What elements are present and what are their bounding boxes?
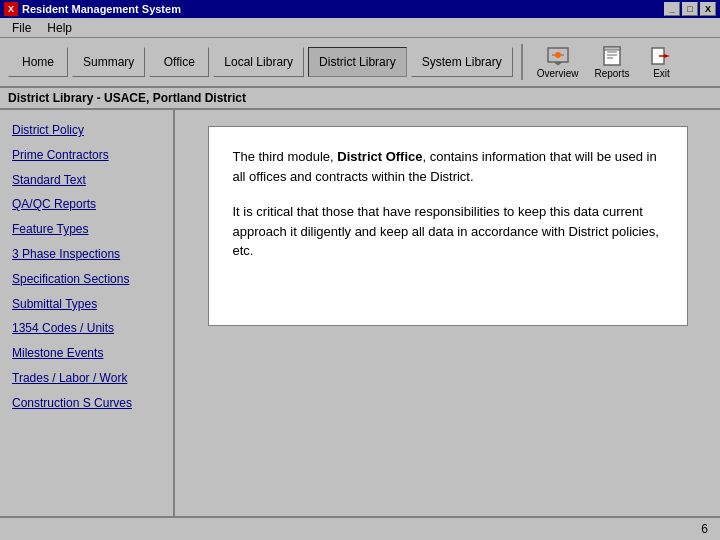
sidebar-item-trades-labor[interactable]: Trades / Labor / Work — [0, 366, 173, 391]
window-title: Resident Management System — [22, 3, 181, 15]
sidebar-item-1354-codes[interactable]: 1354 Codes / Units — [0, 316, 173, 341]
minimize-button[interactable]: _ — [664, 2, 680, 16]
breadcrumb: District Library - USACE, Portland Distr… — [0, 88, 720, 110]
district-library-button[interactable]: District Library — [308, 47, 407, 77]
title-bar: X Resident Management System _ □ X — [0, 0, 720, 18]
paragraph1: The third module, District Office, conta… — [233, 147, 663, 186]
paragraph1-bold: District Office — [337, 149, 422, 164]
sidebar-item-qaqc-reports[interactable]: QA/QC Reports — [0, 192, 173, 217]
sidebar-item-feature-types[interactable]: Feature Types — [0, 217, 173, 242]
sidebar-item-standard-text[interactable]: Standard Text — [0, 168, 173, 193]
reports-label: Reports — [594, 68, 629, 79]
window-controls: _ □ X — [664, 2, 716, 16]
overview-button[interactable]: Overview — [531, 40, 585, 84]
exit-button[interactable]: Exit — [639, 40, 683, 84]
content-area: The third module, District Office, conta… — [175, 110, 720, 516]
sidebar-item-prime-contractors[interactable]: Prime Contractors — [0, 143, 173, 168]
svg-point-1 — [555, 52, 561, 58]
close-button[interactable]: X — [700, 2, 716, 16]
system-library-button[interactable]: System Library — [411, 47, 513, 77]
overview-label: Overview — [537, 68, 579, 79]
menu-help[interactable]: Help — [39, 19, 80, 37]
svg-rect-6 — [604, 47, 620, 50]
sidebar-item-construction-curves[interactable]: Construction S Curves — [0, 391, 173, 416]
sidebar-item-specification-sections[interactable]: Specification Sections — [0, 267, 173, 292]
content-box: The third module, District Office, conta… — [208, 126, 688, 326]
reports-icon — [600, 46, 624, 66]
page-number: 6 — [701, 522, 708, 536]
paragraph2: It is critical that those that have resp… — [233, 202, 663, 261]
sidebar-item-milestone-events[interactable]: Milestone Events — [0, 341, 173, 366]
toolbar: Home Summary Office Local Library Distri… — [0, 38, 720, 88]
local-library-button[interactable]: Local Library — [213, 47, 304, 77]
menu-file[interactable]: File — [4, 19, 39, 37]
sidebar-item-3phase-inspections[interactable]: 3 Phase Inspections — [0, 242, 173, 267]
menu-bar: File Help — [0, 18, 720, 38]
sidebar-item-submittal-types[interactable]: Submittal Types — [0, 292, 173, 317]
office-button[interactable]: Office — [149, 47, 209, 77]
maximize-button[interactable]: □ — [682, 2, 698, 16]
paragraph1-start: The third module, — [233, 149, 338, 164]
sidebar: District Policy Prime Contractors Standa… — [0, 110, 175, 516]
sidebar-item-district-policy[interactable]: District Policy — [0, 118, 173, 143]
status-bar: 6 — [0, 516, 720, 540]
main-area: District Policy Prime Contractors Standa… — [0, 110, 720, 516]
reports-button[interactable]: Reports — [588, 40, 635, 84]
exit-icon — [649, 46, 673, 66]
toolbar-separator — [521, 44, 523, 80]
overview-icon — [546, 46, 570, 66]
app-icon: X — [4, 2, 18, 16]
home-button[interactable]: Home — [8, 47, 68, 77]
exit-label: Exit — [653, 68, 670, 79]
summary-button[interactable]: Summary — [72, 47, 145, 77]
